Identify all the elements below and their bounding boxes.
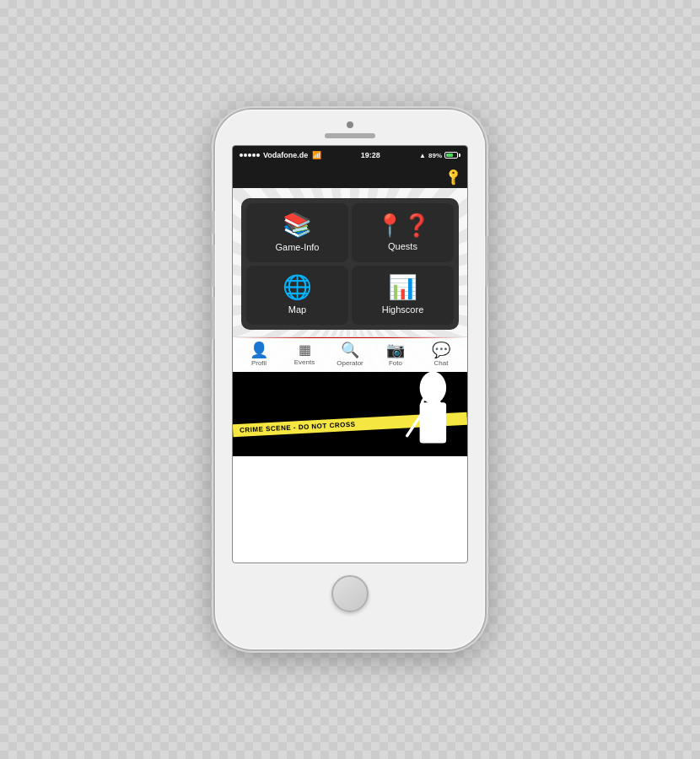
quests-label: Quests: [388, 241, 417, 251]
profil-label: Profil: [251, 359, 267, 367]
wifi-icon: 📶: [312, 151, 321, 159]
power-button[interactable]: [485, 236, 488, 287]
battery-fill: [446, 153, 453, 157]
tab-separator: [233, 337, 467, 338]
chat-label: Chat: [434, 359, 449, 367]
volume-up-button[interactable]: [212, 245, 215, 287]
signal-dot-3: [248, 153, 251, 157]
map-label: Map: [288, 304, 306, 315]
tab-foto[interactable]: 📷 Foto: [373, 342, 418, 367]
main-menu-grid: 📚 Game-Info 📍❓ Quests 🌐 Map 📊 Highscore: [241, 198, 459, 330]
highscore-label: Highscore: [382, 304, 424, 315]
game-info-label: Game-Info: [276, 242, 320, 252]
volume-down-button[interactable]: [212, 297, 215, 339]
map-icon: 🌐: [283, 276, 312, 299]
tab-events[interactable]: ▦ Events: [282, 343, 327, 366]
carrier-name: Vodafone.de: [263, 151, 308, 159]
signal-dot-4: [252, 153, 256, 157]
signal-dot-5: [256, 153, 260, 157]
signal-dot-1: [240, 153, 243, 157]
app-content: 📚 Game-Info 📍❓ Quests 🌐 Map 📊 Highscore: [233, 188, 467, 456]
key-icon[interactable]: 🔑: [444, 166, 463, 186]
front-camera: [347, 121, 353, 128]
side-button-right: [485, 236, 488, 287]
home-button[interactable]: [331, 575, 369, 612]
status-left: Vodafone.de 📶: [240, 151, 321, 159]
phone-device: Vodafone.de 📶 19:28 ▲ 89% 🔑: [215, 110, 485, 649]
foto-icon: 📷: [386, 342, 405, 358]
signal-strength: [240, 153, 260, 157]
battery-tip: [459, 153, 460, 157]
status-right: ▲ 89%: [419, 152, 460, 159]
menu-item-map[interactable]: 🌐 Map: [246, 266, 348, 325]
events-icon: ▦: [299, 343, 311, 357]
tab-chat[interactable]: 💬 Chat: [418, 342, 464, 367]
status-bar: Vodafone.de 📶 19:28 ▲ 89%: [233, 146, 467, 164]
battery-icon: [444, 152, 460, 159]
menu-item-quests[interactable]: 📍❓ Quests: [352, 203, 454, 262]
foto-label: Foto: [389, 359, 402, 367]
profil-icon: 👤: [250, 342, 268, 358]
quests-icon: 📍❓: [376, 214, 430, 236]
location-icon: ▲: [419, 152, 426, 159]
status-time: 19:28: [361, 151, 380, 159]
menu-item-highscore[interactable]: 📊 Highscore: [352, 266, 454, 325]
operator-icon: 🔍: [341, 342, 359, 358]
phone-screen: Vodafone.de 📶 19:28 ▲ 89% 🔑: [232, 145, 468, 563]
detective-silhouette: [400, 372, 459, 456]
battery-percent: 89%: [428, 152, 442, 159]
phone-bottom: [331, 563, 369, 627]
menu-item-game-info[interactable]: 📚 Game-Info: [246, 203, 348, 262]
tab-bar: 👤 Profil ▦ Events 🔍 Operator 📷 Foto 💬: [233, 336, 467, 372]
operator-label: Operator: [337, 359, 363, 367]
battery-body: [444, 152, 458, 159]
events-label: Events: [294, 358, 315, 366]
tab-operator[interactable]: 🔍 Operator: [327, 342, 373, 367]
signal-dot-2: [244, 153, 247, 157]
earpiece-speaker: [325, 133, 375, 138]
highscore-icon: 📊: [388, 276, 417, 299]
tab-profil[interactable]: 👤 Profil: [236, 342, 282, 367]
crime-scene-banner: CRIME SCENE - DO NOT CROSS: [233, 372, 467, 456]
app-header: 🔑: [233, 164, 467, 188]
phone-top: [215, 110, 485, 145]
mute-button[interactable]: [212, 211, 215, 234]
menu-grid-container: 📚 Game-Info 📍❓ Quests 🌐 Map 📊 Highscore: [233, 188, 467, 336]
side-buttons-left: [212, 211, 215, 339]
chat-icon: 💬: [432, 342, 450, 358]
game-info-icon: 📚: [283, 213, 312, 237]
